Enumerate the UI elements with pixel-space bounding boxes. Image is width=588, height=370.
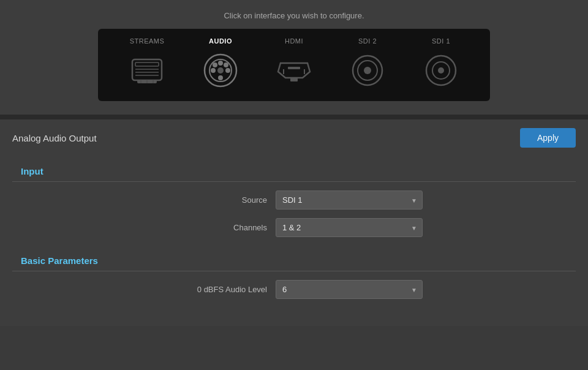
hdmi-label: HDMI <box>285 37 303 45</box>
svg-point-12 <box>218 75 223 80</box>
channels-select[interactable]: 1 & 2 3 & 4 5 & 6 7 & 8 <box>276 218 423 237</box>
interface-sdi1[interactable]: SDI 1 <box>420 37 462 91</box>
svg-point-28 <box>438 67 444 74</box>
interface-audio[interactable]: AUDIO <box>200 37 241 91</box>
svg-point-13 <box>211 68 216 73</box>
config-title: Analog Audio Output <box>12 133 97 143</box>
svg-point-14 <box>225 68 230 73</box>
streams-icon <box>126 50 168 91</box>
apply-button[interactable]: Apply <box>520 128 576 148</box>
svg-point-16 <box>224 62 228 67</box>
audio-icon <box>200 50 241 91</box>
channels-select-wrapper: 1 & 2 3 & 4 5 & 6 7 & 8 <box>276 218 423 237</box>
interface-streams[interactable]: STREAMS <box>126 37 168 91</box>
dbfs-select-wrapper: 0 1 2 3 4 5 6 7 8 9 10 <box>276 280 423 299</box>
basic-params-divider <box>12 271 576 271</box>
sdi1-label: SDI 1 <box>432 37 450 45</box>
dbfs-select[interactable]: 0 1 2 3 4 5 6 7 8 9 10 <box>276 280 423 299</box>
channels-label: Channels <box>165 223 276 232</box>
svg-marker-18 <box>278 63 310 78</box>
svg-point-17 <box>217 67 224 74</box>
hdmi-icon <box>273 50 315 91</box>
source-label: Source <box>165 195 276 205</box>
input-section-label: Input <box>12 156 576 181</box>
dbfs-label: 0 dBFS Audio Level <box>165 285 276 294</box>
config-header: Analog Audio Output Apply <box>12 119 576 156</box>
input-divider <box>12 181 576 182</box>
source-select[interactable]: SDI 1 SDI 2 HDMI STREAMS <box>276 191 423 210</box>
svg-rect-1 <box>135 62 159 66</box>
basic-params-label: Basic Parameters <box>12 246 576 271</box>
source-row: Source SDI 1 SDI 2 HDMI STREAMS <box>12 191 576 210</box>
section-divider <box>0 115 588 119</box>
svg-rect-22 <box>290 78 298 81</box>
streams-label: STREAMS <box>130 37 165 45</box>
source-select-wrapper: SDI 1 SDI 2 HDMI STREAMS <box>276 191 423 210</box>
sdi2-label: SDI 2 <box>358 37 377 45</box>
config-section: Analog Audio Output Apply Input Source S… <box>0 119 588 326</box>
interface-panel: STREAMS AUDIO <box>98 29 490 101</box>
svg-point-25 <box>364 67 371 74</box>
dbfs-row: 0 dBFS Audio Level 0 1 2 3 4 5 6 7 8 9 1… <box>12 280 576 299</box>
svg-rect-19 <box>288 67 300 69</box>
svg-point-15 <box>213 62 217 67</box>
sdi2-icon <box>347 50 388 91</box>
interface-hdmi[interactable]: HDMI <box>273 37 315 91</box>
interface-selector: Click on interface you wish to configure… <box>0 0 588 115</box>
channels-row: Channels 1 & 2 3 & 4 5 & 6 7 & 8 <box>12 218 576 237</box>
audio-label: AUDIO <box>209 37 232 45</box>
svg-point-11 <box>218 61 223 66</box>
interface-hint: Click on interface you wish to configure… <box>12 11 576 20</box>
sdi1-icon <box>420 50 462 91</box>
interface-sdi2[interactable]: SDI 2 <box>347 37 388 91</box>
